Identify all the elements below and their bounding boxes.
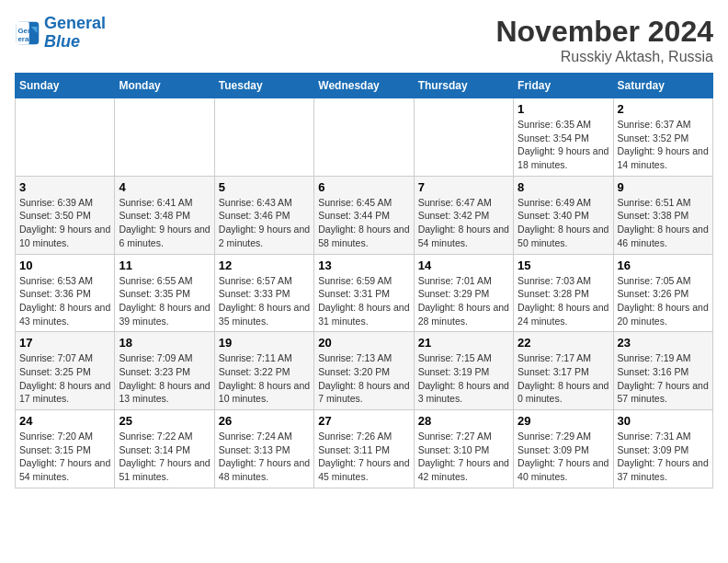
- svg-text:Gen: Gen: [18, 27, 32, 35]
- calendar-cell: [115, 98, 214, 177]
- day-info: Sunrise: 6:51 AM Sunset: 3:38 PM Dayligh…: [618, 196, 709, 250]
- day-info: Sunrise: 7:31 AM Sunset: 3:09 PM Dayligh…: [618, 430, 709, 484]
- day-number: 24: [19, 414, 110, 428]
- day-info: Sunrise: 7:13 AM Sunset: 3:20 PM Dayligh…: [318, 351, 409, 406]
- day-number: 15: [518, 259, 609, 272]
- calendar-cell: 20Sunrise: 7:13 AM Sunset: 3:20 PM Dayli…: [314, 332, 414, 410]
- day-number: 20: [318, 336, 409, 350]
- day-info: Sunrise: 6:41 AM Sunset: 3:48 PM Dayligh…: [119, 196, 210, 250]
- calendar-cell: 27Sunrise: 7:26 AM Sunset: 3:11 PM Dayli…: [314, 410, 414, 488]
- calendar-cell: 19Sunrise: 7:11 AM Sunset: 3:22 PM Dayli…: [214, 332, 313, 410]
- day-number: 19: [219, 336, 310, 350]
- calendar-cell: 10Sunrise: 6:53 AM Sunset: 3:36 PM Dayli…: [16, 254, 115, 332]
- calendar-cell: 7Sunrise: 6:47 AM Sunset: 3:42 PM Daylig…: [414, 176, 513, 254]
- day-number: 23: [618, 336, 709, 350]
- calendar-cell: 23Sunrise: 7:19 AM Sunset: 3:16 PM Dayli…: [613, 332, 712, 410]
- day-number: 3: [19, 180, 110, 194]
- month-title: November 2024: [495, 15, 713, 49]
- calendar-cell: 25Sunrise: 7:22 AM Sunset: 3:14 PM Dayli…: [115, 410, 214, 488]
- calendar-cell: 13Sunrise: 6:59 AM Sunset: 3:31 PM Dayli…: [314, 254, 414, 332]
- header-wednesday: Wednesday: [314, 74, 414, 98]
- day-info: Sunrise: 7:15 AM Sunset: 3:19 PM Dayligh…: [418, 351, 509, 406]
- day-info: Sunrise: 6:47 AM Sunset: 3:42 PM Dayligh…: [418, 196, 509, 250]
- day-info: Sunrise: 6:55 AM Sunset: 3:35 PM Dayligh…: [119, 274, 210, 328]
- day-info: Sunrise: 7:22 AM Sunset: 3:14 PM Dayligh…: [119, 430, 210, 484]
- calendar-cell: 11Sunrise: 6:55 AM Sunset: 3:35 PM Dayli…: [115, 254, 214, 332]
- weekday-header-row: Sunday Monday Tuesday Wednesday Thursday…: [16, 74, 713, 98]
- day-info: Sunrise: 6:57 AM Sunset: 3:33 PM Dayligh…: [219, 274, 310, 328]
- calendar-cell: 1Sunrise: 6:35 AM Sunset: 3:54 PM Daylig…: [514, 98, 613, 177]
- day-number: 28: [418, 414, 509, 428]
- day-info: Sunrise: 7:09 AM Sunset: 3:23 PM Dayligh…: [119, 351, 210, 406]
- day-number: 29: [518, 414, 609, 428]
- day-info: Sunrise: 7:05 AM Sunset: 3:26 PM Dayligh…: [618, 274, 709, 328]
- calendar-week-1: 1Sunrise: 6:35 AM Sunset: 3:54 PM Daylig…: [16, 98, 713, 177]
- day-number: 6: [318, 180, 409, 194]
- day-number: 9: [618, 180, 709, 194]
- day-info: Sunrise: 7:29 AM Sunset: 3:09 PM Dayligh…: [518, 430, 609, 484]
- day-info: Sunrise: 6:45 AM Sunset: 3:44 PM Dayligh…: [318, 196, 409, 250]
- day-number: 26: [219, 414, 310, 428]
- day-info: Sunrise: 6:37 AM Sunset: 3:52 PM Dayligh…: [618, 118, 709, 172]
- calendar-cell: 6Sunrise: 6:45 AM Sunset: 3:44 PM Daylig…: [314, 176, 414, 254]
- day-info: Sunrise: 6:35 AM Sunset: 3:54 PM Dayligh…: [518, 118, 609, 172]
- logo-icon: Gen eral: [15, 20, 40, 46]
- logo-text: General Blue: [44, 15, 106, 52]
- day-number: 7: [418, 180, 509, 194]
- logo-line2: Blue: [44, 32, 80, 51]
- day-info: Sunrise: 7:17 AM Sunset: 3:17 PM Dayligh…: [518, 351, 609, 406]
- day-info: Sunrise: 7:11 AM Sunset: 3:22 PM Dayligh…: [219, 351, 310, 406]
- calendar-cell: 9Sunrise: 6:51 AM Sunset: 3:38 PM Daylig…: [613, 176, 712, 254]
- day-info: Sunrise: 7:27 AM Sunset: 3:10 PM Dayligh…: [418, 430, 509, 484]
- calendar-cell: 2Sunrise: 6:37 AM Sunset: 3:52 PM Daylig…: [613, 98, 712, 177]
- day-number: 30: [618, 414, 709, 428]
- logo: Gen eral General Blue: [15, 15, 106, 52]
- day-number: 11: [119, 259, 210, 272]
- day-number: 4: [119, 180, 210, 194]
- day-info: Sunrise: 7:19 AM Sunset: 3:16 PM Dayligh…: [618, 351, 709, 406]
- calendar-cell: 15Sunrise: 7:03 AM Sunset: 3:28 PM Dayli…: [514, 254, 613, 332]
- day-number: 13: [318, 259, 409, 272]
- header-sunday: Sunday: [16, 74, 115, 98]
- calendar-cell: 12Sunrise: 6:57 AM Sunset: 3:33 PM Dayli…: [214, 254, 313, 332]
- calendar-cell: 5Sunrise: 6:43 AM Sunset: 3:46 PM Daylig…: [214, 176, 313, 254]
- day-info: Sunrise: 7:20 AM Sunset: 3:15 PM Dayligh…: [19, 430, 110, 484]
- calendar-cell: 26Sunrise: 7:24 AM Sunset: 3:13 PM Dayli…: [214, 410, 313, 488]
- day-number: 16: [618, 259, 709, 272]
- day-number: 8: [518, 180, 609, 194]
- logo-line1: General: [44, 14, 106, 32]
- header-saturday: Saturday: [613, 74, 712, 98]
- day-info: Sunrise: 7:03 AM Sunset: 3:28 PM Dayligh…: [518, 274, 609, 328]
- calendar-cell: 3Sunrise: 6:39 AM Sunset: 3:50 PM Daylig…: [16, 176, 115, 254]
- calendar-cell: 16Sunrise: 7:05 AM Sunset: 3:26 PM Dayli…: [613, 254, 712, 332]
- calendar-table: Sunday Monday Tuesday Wednesday Thursday…: [15, 73, 713, 488]
- day-number: 27: [318, 414, 409, 428]
- day-info: Sunrise: 7:07 AM Sunset: 3:25 PM Dayligh…: [19, 351, 110, 406]
- calendar-cell: 17Sunrise: 7:07 AM Sunset: 3:25 PM Dayli…: [16, 332, 115, 410]
- calendar-cell: [314, 98, 414, 177]
- calendar-week-3: 10Sunrise: 6:53 AM Sunset: 3:36 PM Dayli…: [16, 254, 713, 332]
- day-number: 17: [19, 336, 110, 350]
- calendar-cell: 14Sunrise: 7:01 AM Sunset: 3:29 PM Dayli…: [414, 254, 513, 332]
- day-number: 22: [518, 336, 609, 350]
- day-number: 21: [418, 336, 509, 350]
- svg-text:eral: eral: [18, 35, 31, 43]
- day-info: Sunrise: 7:01 AM Sunset: 3:29 PM Dayligh…: [418, 274, 509, 328]
- day-info: Sunrise: 6:59 AM Sunset: 3:31 PM Dayligh…: [318, 274, 409, 328]
- day-number: 12: [219, 259, 310, 272]
- calendar-cell: 8Sunrise: 6:49 AM Sunset: 3:40 PM Daylig…: [514, 176, 613, 254]
- day-info: Sunrise: 6:53 AM Sunset: 3:36 PM Dayligh…: [19, 274, 110, 328]
- header-tuesday: Tuesday: [214, 74, 313, 98]
- day-info: Sunrise: 7:24 AM Sunset: 3:13 PM Dayligh…: [219, 430, 310, 484]
- calendar-cell: 30Sunrise: 7:31 AM Sunset: 3:09 PM Dayli…: [613, 410, 712, 488]
- day-number: 18: [119, 336, 210, 350]
- day-info: Sunrise: 6:39 AM Sunset: 3:50 PM Dayligh…: [19, 196, 110, 250]
- page-header: Gen eral General Blue November 2024 Russ…: [15, 15, 713, 65]
- day-number: 10: [19, 259, 110, 272]
- day-number: 2: [618, 102, 709, 116]
- calendar-cell: 18Sunrise: 7:09 AM Sunset: 3:23 PM Dayli…: [115, 332, 214, 410]
- calendar-week-2: 3Sunrise: 6:39 AM Sunset: 3:50 PM Daylig…: [16, 176, 713, 254]
- calendar-cell: 4Sunrise: 6:41 AM Sunset: 3:48 PM Daylig…: [115, 176, 214, 254]
- header-thursday: Thursday: [414, 74, 513, 98]
- day-number: 25: [119, 414, 210, 428]
